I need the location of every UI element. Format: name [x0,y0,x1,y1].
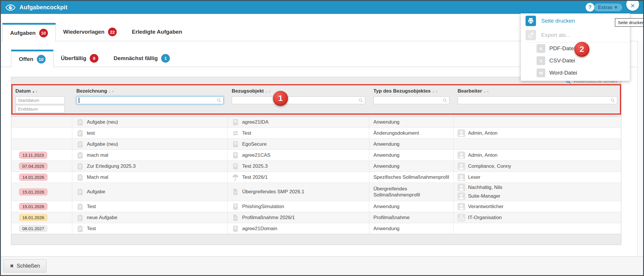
name-filter-input[interactable] [76,96,224,104]
type-filter-cell [369,94,454,113]
eye-icon [6,4,15,11]
sort-icons[interactable]: ▲▼ [108,90,115,93]
task-name-cell: Aufgabe (neu) [72,117,228,127]
object-type: Änderungsdokument [373,130,419,136]
due-date-pill: 13.11.2023 [19,151,47,159]
object-cell: Profilmaßnahme 2026/1 [228,212,369,223]
sort-icons[interactable]: ▲▼ [483,90,490,93]
tab-offen[interactable]: Offen10 [11,50,53,67]
export-icon [526,30,536,40]
due-date-pill: 07.04.2025 [19,163,48,170]
object-cell: agree21CAS [228,150,369,160]
due-date-pill: 14.01.2026 [19,174,48,181]
object-filter-input[interactable] [232,96,365,104]
tab-wiedervorlagen[interactable]: Wiedervorlagen22 [56,23,124,41]
task-icon [76,140,84,148]
object-type: Anwendung [373,152,400,158]
object-name: Profilmaßnahme 2026/1 [242,215,295,221]
due-date-cell: 13.11.2023 [11,150,72,160]
document-icon [232,214,239,221]
task-icon [76,188,84,196]
assignee-cell: Admin, Anton [454,128,621,138]
date-filter-cell [11,94,72,113]
tab-berf-llig[interactable]: Überfällig8 [53,50,106,67]
assignee-filter-cell [454,94,621,113]
filter-row [11,94,621,116]
table-row[interactable]: 16.01.2026neue AufgabeProfilmaßnahme 202… [11,212,621,223]
tab-label: Wiedervorlagen [63,29,105,35]
type-filter-input[interactable] [373,96,449,104]
menu-item-print-label: Seite drucken [541,18,575,24]
due-date-pill: 15.01.2026 [19,203,48,210]
task-name-cell: Test [72,201,228,212]
task-icon [76,225,84,232]
table-row[interactable]: Aufgabe (neu)EgoSecureAnwendung [11,139,621,150]
object-type-cell: Anwendung [369,223,454,234]
assignee-cell [454,223,621,234]
menu-item-pdf[interactable]: A PDF-Datei... [527,42,630,55]
end-date-input[interactable] [15,105,65,113]
column-header-datum[interactable]: Datum▲▼ [11,85,72,94]
due-date-cell: 08.01.2027 [11,223,72,234]
table-row[interactable]: 13.11.2023mach malagree21CASAnwendungAdm… [11,150,621,161]
tab-demn-chst-f-llig[interactable]: Demnächst fällig1 [106,50,177,67]
table-row[interactable]: 15.01.2026TestPhishingSimulationAnwendun… [11,201,621,212]
task-name: Aufgabe (neu) [87,119,118,125]
column-header-typ[interactable]: Typ des Bezugsobjektes▲▼ [369,85,454,94]
assignee: Verantwortlicher [458,203,503,210]
close-button[interactable]: ✖ Schließen [3,259,46,273]
table-header-row: Datum▲▼ Bezeichnung▲▼ Bezugsobjekt▲▼ Typ… [11,85,621,94]
assignee: Nachhaltig, Nils [458,184,502,191]
tab-erledigte-aufgaben[interactable]: Erledigte Aufgaben [124,23,190,41]
table-row[interactable]: 14.01.2026Mach malTest 2026/1Spezifische… [11,172,621,183]
due-date-pill: 16.01.2026 [19,214,48,221]
assignee-name: Compliance, Conny [468,163,511,169]
menu-item-word[interactable]: W Word-Datei [527,67,630,79]
menu-item-word-label: Word-Datei [549,70,577,76]
object-type-cell: Anwendung [369,161,454,172]
object-type: Anwendung [373,226,400,232]
object-name: Übergreifendes SMP 2026.1 [242,189,304,195]
object-type-cell: Profilmaßnahme [369,212,454,223]
object-type: Spezifisches Sollmaßnahmenprofil [373,174,449,180]
table-row[interactable]: 07.04.2025Zur Erledigung 2025.3Test 2025… [11,161,621,172]
org-icon [458,214,465,221]
column-header-bearbeiter[interactable]: Bearbeiter▲▼ [454,85,621,94]
object-type-cell: Übergreifendes Sollmaßnahmenprofil [369,183,454,201]
sort-icons[interactable]: ▲▼ [265,90,271,93]
object-name: agree21IDA [242,119,269,125]
table-row[interactable]: 08.01.2027Testagree21DomainAnwendung [11,223,621,234]
tab-count-badge: 10 [39,29,48,37]
task-icon [76,129,84,137]
assignee: IT-Organisation [458,214,502,221]
menu-item-csv[interactable]: X CSV-Datei [527,55,630,67]
object-type-cell: Anwendung [369,117,454,127]
task-name: test [87,130,95,136]
assignee-name: Nachhaltig, Nils [468,185,502,190]
table-row[interactable]: 15.01.2026AufgabeÜbergreifendes SMP 2026… [11,183,621,201]
assignee-filter-input[interactable] [458,96,617,104]
sort-icons[interactable]: ▲▼ [432,90,438,93]
magnifier-icon [611,98,615,102]
export-submenu: A PDF-Datei... X CSV-Datei W Word-Datei [527,42,630,79]
object-type-cell: Anwendung [369,150,454,160]
object-cell: Test [228,128,369,138]
extras-button[interactable]: Extras ▼ [594,3,622,11]
table-row[interactable]: Aufgabe (neu)agree21IDAAnwendung [11,117,621,128]
task-name: Test [87,226,96,232]
help-button[interactable]: ? [586,3,594,12]
start-date-input[interactable] [15,96,65,104]
tab-aufgaben[interactable]: Aufgaben10 [2,23,56,41]
table-row[interactable]: testTestÄnderungsdokumentAdmin, Anton [11,128,621,139]
application-icon [232,118,239,126]
close-window-button[interactable]: ✕ [626,0,639,11]
assignee-cell [454,117,621,127]
column-header-bezugsobjekt[interactable]: Bezugsobjekt▲▼ [228,85,369,94]
object-type-cell: Anwendung [369,201,454,212]
task-name-cell: test [72,128,228,138]
sort-icons[interactable]: ▲▼ [32,90,38,93]
task-icon [76,203,84,210]
menu-item-print[interactable]: Seite drucken [521,14,630,28]
application-icon [232,163,239,170]
column-header-bezeichnung[interactable]: Bezeichnung▲▼ [72,85,228,94]
